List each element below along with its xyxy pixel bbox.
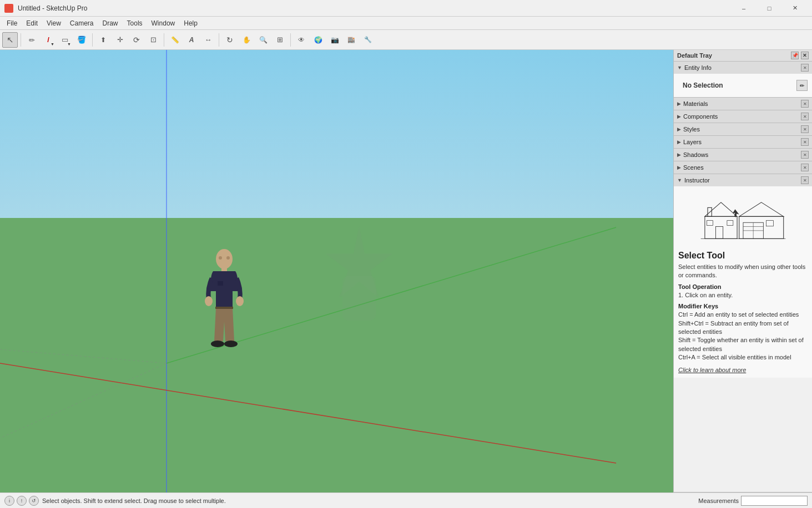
zoom-icon: 🔍 — [259, 36, 268, 44]
zoomext-icon: ⊞ — [277, 35, 283, 44]
pushpull-icon: ⬆ — [100, 36, 106, 44]
line-icon: / — [47, 35, 49, 44]
viewport[interactable] — [0, 50, 673, 492]
toolbar-sep-1 — [21, 33, 21, 47]
status-icon-info[interactable]: i — [4, 496, 14, 506]
shadows-close[interactable]: ✕ — [801, 151, 809, 159]
scale-tool-button[interactable]: ⊡ — [145, 32, 161, 48]
select-icon — [7, 35, 14, 45]
status-icon-warning[interactable]: ! — [17, 496, 27, 506]
tape-icon: 📏 — [171, 36, 179, 44]
entity-info-header[interactable]: ▼ Entity Info ✕ — [674, 62, 812, 74]
menu-file[interactable]: File — [2, 18, 22, 28]
close-button[interactable]: ✕ — [782, 0, 808, 17]
3dwarehouse-tool-button[interactable]: 🏬 — [344, 32, 359, 48]
shadows-header-left: ▶ Shadows — [677, 151, 708, 158]
components-arrow: ▶ — [677, 114, 681, 119]
styles-label: Styles — [683, 126, 700, 133]
styles-close[interactable]: ✕ — [801, 125, 809, 133]
entity-info-body: No Selection ✏ — [674, 74, 812, 97]
toolbar: / ▼ ▭ ▼ 🪣 ⬆ ✛ ⟳ ⊡ 📏 A ↔ ↻ ✋ 🔍 ⊞ 👁 — [0, 30, 812, 50]
status-icon-undo[interactable]: ↺ — [29, 496, 39, 506]
shadows-panel: ▶ Shadows ✕ — [674, 149, 812, 161]
statusbar: i ! ↺ Select objects. Shift to extend se… — [0, 492, 812, 508]
materials-header[interactable]: ▶ Materials ✕ — [674, 98, 812, 110]
toolbar-sep-4 — [219, 33, 219, 47]
menu-draw[interactable]: Draw — [98, 18, 123, 28]
main-container: Default Tray 📌 ✕ ▼ Entity Info ✕ No Sele… — [0, 50, 812, 492]
orbit-tool-button[interactable]: ↻ — [222, 32, 238, 48]
zoomext-tool-button[interactable]: ⊞ — [272, 32, 288, 48]
scale-icon: ⊡ — [150, 35, 157, 44]
menu-view[interactable]: View — [42, 18, 65, 28]
move-tool-button[interactable]: ✛ — [112, 32, 128, 48]
pushrpull-tool-button[interactable]: ⬆ — [95, 32, 111, 48]
pencil-icon — [29, 35, 35, 44]
paint-tool-button[interactable]: 🪣 — [74, 32, 89, 48]
toolbar-sep-3 — [164, 33, 164, 47]
select-tool-button[interactable] — [2, 32, 18, 48]
tray-controls: 📌 ✕ — [791, 52, 809, 59]
entity-info-edit-button[interactable]: ✏ — [796, 80, 808, 91]
dim-tool-button[interactable]: ↔ — [200, 32, 216, 48]
measurements-input[interactable] — [741, 496, 808, 506]
menu-window[interactable]: Window — [147, 18, 180, 28]
pan-icon: ✋ — [243, 36, 251, 44]
svg-point-6 — [216, 249, 233, 269]
zoom-tool-button[interactable]: 🔍 — [255, 32, 271, 48]
tape-tool-button[interactable]: 📏 — [167, 32, 183, 48]
scenes-header-left: ▶ Scenes — [677, 164, 704, 171]
instructor-header-left: ▼ Instructor — [677, 177, 710, 184]
getphoto-icon: 📷 — [331, 36, 339, 44]
materials-panel: ▶ Materials ✕ — [674, 98, 812, 110]
extension-tool-button[interactable]: 🔧 — [360, 32, 376, 48]
svg-point-8 — [205, 296, 213, 306]
components-close[interactable]: ✕ — [801, 113, 809, 120]
shadows-label: Shadows — [683, 151, 708, 158]
instructor-scroll[interactable]: Select Tool Select entities to modify wh… — [674, 186, 812, 378]
scenes-label: Scenes — [683, 164, 704, 171]
scenes-header[interactable]: ▶ Scenes ✕ — [674, 161, 812, 174]
menu-camera[interactable]: Camera — [65, 18, 98, 28]
line-dropdown: ▼ — [51, 42, 54, 46]
instructor-modifier-title: Modifier Keys — [678, 303, 808, 309]
getphoto-tool-button[interactable]: 📷 — [327, 32, 342, 48]
shape-tool-button[interactable]: ▭ ▼ — [57, 32, 73, 48]
pan-tool-button[interactable]: ✋ — [239, 32, 254, 48]
instructor-header[interactable]: ▼ Instructor ✕ — [674, 174, 812, 186]
svg-point-11 — [224, 341, 238, 347]
addlocation-tool-button[interactable]: 🌍 — [310, 32, 326, 48]
maximize-button[interactable]: □ — [756, 0, 782, 17]
shadows-header[interactable]: ▶ Shadows ✕ — [674, 149, 812, 161]
shadows-arrow: ▶ — [677, 152, 681, 158]
titlebar-left: Untitled - SketchUp Pro — [4, 4, 87, 13]
components-header[interactable]: ▶ Components ✕ — [674, 110, 812, 123]
svg-rect-16 — [704, 216, 737, 238]
instructor-close[interactable]: ✕ — [801, 176, 809, 184]
svg-point-15 — [226, 256, 230, 260]
text-tool-button[interactable]: A — [184, 32, 199, 48]
svg-rect-28 — [766, 221, 773, 226]
materials-close[interactable]: ✕ — [801, 100, 809, 108]
lookaround-tool-button[interactable]: 👁 — [294, 32, 309, 48]
human-figure — [202, 247, 246, 369]
rotate-tool-button[interactable]: ⟳ — [129, 32, 144, 48]
minimize-button[interactable]: – — [731, 0, 756, 17]
lookaround-icon: 👁 — [298, 36, 305, 44]
entity-info-close[interactable]: ✕ — [801, 64, 809, 72]
pencil-tool-button[interactable] — [24, 32, 39, 48]
instructor-learn-more[interactable]: Click to learn about more — [678, 367, 808, 373]
tray-pin-button[interactable]: 📌 — [791, 52, 799, 59]
layers-header[interactable]: ▶ Layers ✕ — [674, 136, 812, 148]
paint-icon: 🪣 — [77, 35, 86, 44]
svg-rect-22 — [739, 216, 783, 238]
menu-tools[interactable]: Tools — [123, 18, 147, 28]
menu-edit[interactable]: Edit — [22, 18, 42, 28]
scenes-close[interactable]: ✕ — [801, 164, 809, 171]
tray-close-button[interactable]: ✕ — [801, 52, 809, 59]
svg-rect-19 — [715, 227, 723, 239]
layers-close[interactable]: ✕ — [801, 138, 809, 146]
styles-header[interactable]: ▶ Styles ✕ — [674, 123, 812, 135]
menu-help[interactable]: Help — [179, 18, 202, 28]
line-tool-button[interactable]: / ▼ — [41, 32, 56, 48]
